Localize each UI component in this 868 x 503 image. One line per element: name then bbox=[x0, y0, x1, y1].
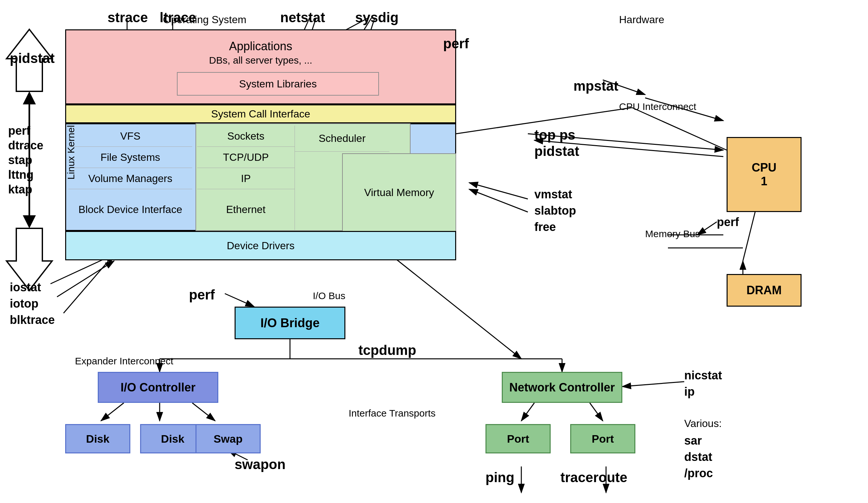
dram-label: DRAM bbox=[746, 283, 782, 297]
scheduler-cell: Scheduler bbox=[295, 125, 389, 152]
disk1-label: Disk bbox=[86, 433, 110, 445]
network-controller-box: Network Controller bbox=[502, 372, 622, 403]
ltrace-label: ltrace bbox=[160, 10, 196, 26]
ip-label: IP bbox=[241, 173, 250, 185]
strace-label: strace bbox=[107, 10, 148, 26]
dram-box: DRAM bbox=[726, 274, 802, 306]
disk2-label: Disk bbox=[161, 433, 184, 445]
blktrace-label: blktrace bbox=[10, 313, 55, 327]
svg-marker-4 bbox=[23, 215, 36, 228]
vfs-cell: VFS bbox=[69, 125, 192, 147]
stap-label: stap bbox=[8, 153, 32, 167]
block-device-cell: Block Device Interface bbox=[69, 189, 192, 230]
linux-kernel-label: Linux Kernel bbox=[65, 125, 76, 180]
hardware-header-label: Hardware bbox=[619, 14, 664, 26]
svg-line-25 bbox=[469, 183, 528, 199]
dbs-servers-label: DBs, all server types, ... bbox=[66, 55, 455, 66]
block-device-label: Block Device Interface bbox=[79, 203, 182, 215]
system-libraries-box: System Libraries bbox=[177, 72, 379, 95]
tcp-label: TCP/UDP bbox=[223, 151, 268, 163]
iotop-label: iotop bbox=[10, 297, 39, 311]
port1-box: Port bbox=[485, 424, 551, 453]
ethernet-label: Ethernet bbox=[226, 203, 266, 215]
iostat-label: iostat bbox=[10, 281, 41, 294]
device-drivers-label: Device Drivers bbox=[227, 240, 294, 252]
disk1-box: Disk bbox=[65, 424, 130, 453]
network-controller-label: Network Controller bbox=[509, 381, 615, 394]
dtrace-label: dtrace bbox=[8, 139, 43, 152]
perf-top-right-label: perf bbox=[443, 36, 469, 51]
volume-managers-label: Volume Managers bbox=[88, 173, 172, 185]
filesystems-cell: File Systems bbox=[69, 147, 192, 168]
svg-marker-3 bbox=[23, 91, 36, 104]
virtual-memory-label: Virtual Memory bbox=[364, 187, 434, 199]
port2-box: Port bbox=[570, 424, 636, 453]
scheduler-label: Scheduler bbox=[319, 132, 365, 144]
device-drivers-layer: Device Drivers bbox=[65, 231, 456, 260]
ktap-label: ktap bbox=[8, 183, 32, 197]
diagram-container: Applications DBs, all server types, ... … bbox=[0, 0, 868, 503]
dstat-label: dstat bbox=[684, 450, 712, 464]
traceroute-label: traceroute bbox=[560, 470, 627, 485]
swap-box: Swap bbox=[196, 424, 261, 453]
nicstat-label: nicstat bbox=[684, 369, 722, 382]
mpstat-label: mpstat bbox=[574, 78, 618, 94]
proc-label: /proc bbox=[684, 466, 713, 480]
svg-line-43 bbox=[590, 403, 603, 421]
svg-line-27 bbox=[697, 222, 717, 235]
syscall-label: System Call Interface bbox=[211, 108, 310, 120]
sar-label: sar bbox=[684, 434, 702, 447]
svg-line-36 bbox=[101, 403, 124, 421]
svg-line-31 bbox=[63, 254, 114, 313]
tcpdump-label: tcpdump bbox=[359, 342, 416, 358]
various-label: Various: bbox=[684, 418, 722, 430]
vmstat-label: vmstat bbox=[534, 188, 572, 201]
netstat-label: netstat bbox=[280, 10, 325, 26]
ip-cell: IP bbox=[197, 168, 295, 189]
port1-label: Port bbox=[507, 433, 529, 445]
io-controller-label: I/O Controller bbox=[121, 381, 196, 394]
top-ps-label: top ps bbox=[534, 127, 576, 143]
port2-label: Port bbox=[592, 433, 614, 445]
sockets-label: Sockets bbox=[227, 130, 265, 142]
ping-label: ping bbox=[485, 470, 515, 485]
volume-managers-cell: Volume Managers bbox=[69, 168, 192, 189]
io-bus-label: I/O Bus bbox=[313, 290, 345, 301]
applications-layer: Applications DBs, all server types, ... … bbox=[65, 29, 456, 104]
perf-iobus-label: perf bbox=[189, 287, 215, 303]
sysdig-label: sysdig bbox=[355, 10, 399, 26]
svg-line-51 bbox=[632, 108, 726, 150]
io-controller-box: I/O Controller bbox=[98, 372, 218, 403]
ip-tool-label: ip bbox=[684, 385, 695, 399]
filesystems-label: File Systems bbox=[100, 151, 160, 163]
svg-line-44 bbox=[622, 382, 684, 386]
virtual-memory-box: Virtual Memory bbox=[342, 153, 456, 232]
memory-bus-label: Memory Bus bbox=[645, 228, 700, 239]
pidstat-bottom-label: pidstat bbox=[534, 143, 579, 159]
sockets-cell: Sockets bbox=[197, 125, 295, 147]
io-bridge-label: I/O Bridge bbox=[260, 316, 320, 330]
io-bridge-box: I/O Bridge bbox=[235, 306, 345, 339]
lttng-label: lttng bbox=[8, 168, 33, 182]
svg-line-30 bbox=[57, 261, 114, 297]
perf-left-label: perf bbox=[8, 124, 30, 138]
svg-line-38 bbox=[192, 403, 215, 421]
svg-line-32 bbox=[225, 294, 254, 306]
svg-line-42 bbox=[521, 403, 534, 421]
vfs-label: VFS bbox=[120, 130, 141, 142]
syscall-layer: System Call Interface bbox=[65, 104, 456, 123]
pidstat-top-label: pidstat bbox=[10, 51, 55, 66]
svg-line-26 bbox=[469, 189, 528, 212]
system-libraries-label: System Libraries bbox=[239, 78, 317, 90]
cpu-box: CPU 1 bbox=[726, 137, 802, 212]
perf-memory-label: perf bbox=[717, 215, 739, 229]
cpu-interconnect-label: CPU Interconnect bbox=[619, 101, 696, 112]
tcp-cell: TCP/UDP bbox=[197, 147, 295, 168]
ethernet-cell: Ethernet bbox=[197, 189, 295, 230]
swapon-label: swapon bbox=[235, 457, 286, 472]
cpu-label: CPU 1 bbox=[752, 161, 776, 188]
interface-transports-label: Interface Transports bbox=[349, 408, 436, 419]
swap-label: Swap bbox=[214, 433, 243, 445]
expander-interconnect-label: Expander Interconnect bbox=[75, 355, 173, 366]
slabtop-label: slabtop bbox=[534, 204, 576, 218]
